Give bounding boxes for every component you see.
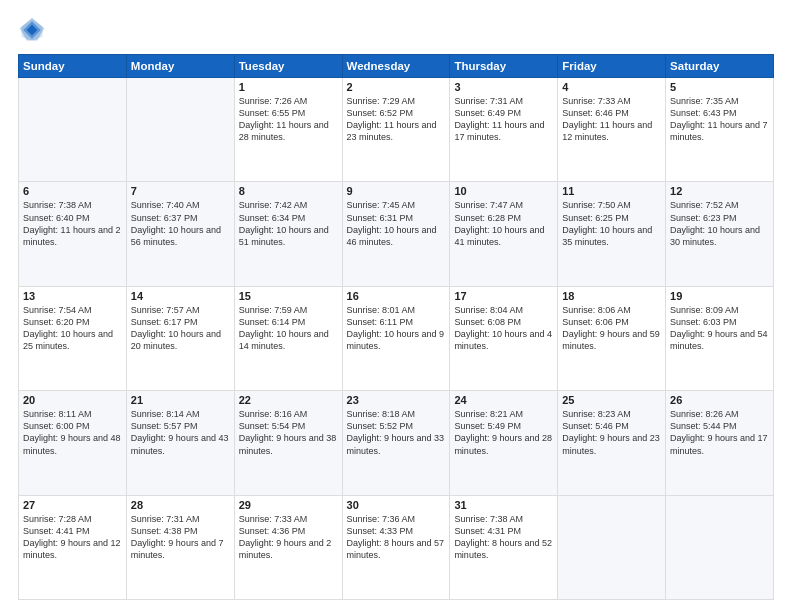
day-info: Sunrise: 7:31 AM Sunset: 4:38 PM Dayligh… bbox=[131, 513, 230, 562]
day-info: Sunrise: 7:52 AM Sunset: 6:23 PM Dayligh… bbox=[670, 199, 769, 248]
day-info: Sunrise: 8:14 AM Sunset: 5:57 PM Dayligh… bbox=[131, 408, 230, 457]
day-info: Sunrise: 8:23 AM Sunset: 5:46 PM Dayligh… bbox=[562, 408, 661, 457]
day-number: 9 bbox=[347, 185, 446, 197]
calendar-week-1: 1Sunrise: 7:26 AM Sunset: 6:55 PM Daylig… bbox=[19, 78, 774, 182]
day-number: 29 bbox=[239, 499, 338, 511]
calendar-cell: 6Sunrise: 7:38 AM Sunset: 6:40 PM Daylig… bbox=[19, 182, 127, 286]
calendar-table: SundayMondayTuesdayWednesdayThursdayFrid… bbox=[18, 54, 774, 600]
day-info: Sunrise: 7:38 AM Sunset: 6:40 PM Dayligh… bbox=[23, 199, 122, 248]
calendar-cell: 20Sunrise: 8:11 AM Sunset: 6:00 PM Dayli… bbox=[19, 391, 127, 495]
day-info: Sunrise: 7:36 AM Sunset: 4:33 PM Dayligh… bbox=[347, 513, 446, 562]
day-info: Sunrise: 7:54 AM Sunset: 6:20 PM Dayligh… bbox=[23, 304, 122, 353]
day-info: Sunrise: 7:31 AM Sunset: 6:49 PM Dayligh… bbox=[454, 95, 553, 144]
calendar-cell: 10Sunrise: 7:47 AM Sunset: 6:28 PM Dayli… bbox=[450, 182, 558, 286]
calendar-cell: 28Sunrise: 7:31 AM Sunset: 4:38 PM Dayli… bbox=[126, 495, 234, 599]
day-number: 10 bbox=[454, 185, 553, 197]
day-number: 6 bbox=[23, 185, 122, 197]
day-info: Sunrise: 8:09 AM Sunset: 6:03 PM Dayligh… bbox=[670, 304, 769, 353]
day-number: 22 bbox=[239, 394, 338, 406]
day-info: Sunrise: 7:38 AM Sunset: 4:31 PM Dayligh… bbox=[454, 513, 553, 562]
calendar-cell: 30Sunrise: 7:36 AM Sunset: 4:33 PM Dayli… bbox=[342, 495, 450, 599]
calendar-cell: 11Sunrise: 7:50 AM Sunset: 6:25 PM Dayli… bbox=[558, 182, 666, 286]
day-info: Sunrise: 8:11 AM Sunset: 6:00 PM Dayligh… bbox=[23, 408, 122, 457]
day-info: Sunrise: 7:42 AM Sunset: 6:34 PM Dayligh… bbox=[239, 199, 338, 248]
day-number: 1 bbox=[239, 81, 338, 93]
day-info: Sunrise: 7:26 AM Sunset: 6:55 PM Dayligh… bbox=[239, 95, 338, 144]
calendar-cell: 16Sunrise: 8:01 AM Sunset: 6:11 PM Dayli… bbox=[342, 286, 450, 390]
calendar-cell bbox=[558, 495, 666, 599]
day-number: 19 bbox=[670, 290, 769, 302]
day-info: Sunrise: 8:04 AM Sunset: 6:08 PM Dayligh… bbox=[454, 304, 553, 353]
calendar-cell: 19Sunrise: 8:09 AM Sunset: 6:03 PM Dayli… bbox=[666, 286, 774, 390]
calendar-cell: 15Sunrise: 7:59 AM Sunset: 6:14 PM Dayli… bbox=[234, 286, 342, 390]
calendar-week-4: 20Sunrise: 8:11 AM Sunset: 6:00 PM Dayli… bbox=[19, 391, 774, 495]
calendar-cell: 12Sunrise: 7:52 AM Sunset: 6:23 PM Dayli… bbox=[666, 182, 774, 286]
day-info: Sunrise: 8:26 AM Sunset: 5:44 PM Dayligh… bbox=[670, 408, 769, 457]
calendar-cell: 4Sunrise: 7:33 AM Sunset: 6:46 PM Daylig… bbox=[558, 78, 666, 182]
calendar-cell bbox=[19, 78, 127, 182]
day-number: 4 bbox=[562, 81, 661, 93]
calendar-cell: 23Sunrise: 8:18 AM Sunset: 5:52 PM Dayli… bbox=[342, 391, 450, 495]
day-info: Sunrise: 7:47 AM Sunset: 6:28 PM Dayligh… bbox=[454, 199, 553, 248]
calendar-header-friday: Friday bbox=[558, 55, 666, 78]
calendar-header-row: SundayMondayTuesdayWednesdayThursdayFrid… bbox=[19, 55, 774, 78]
calendar-cell: 1Sunrise: 7:26 AM Sunset: 6:55 PM Daylig… bbox=[234, 78, 342, 182]
day-number: 16 bbox=[347, 290, 446, 302]
logo-icon bbox=[18, 16, 46, 44]
day-info: Sunrise: 7:33 AM Sunset: 4:36 PM Dayligh… bbox=[239, 513, 338, 562]
calendar-cell: 5Sunrise: 7:35 AM Sunset: 6:43 PM Daylig… bbox=[666, 78, 774, 182]
calendar-cell: 3Sunrise: 7:31 AM Sunset: 6:49 PM Daylig… bbox=[450, 78, 558, 182]
day-number: 14 bbox=[131, 290, 230, 302]
calendar-cell: 21Sunrise: 8:14 AM Sunset: 5:57 PM Dayli… bbox=[126, 391, 234, 495]
day-number: 15 bbox=[239, 290, 338, 302]
day-number: 24 bbox=[454, 394, 553, 406]
calendar-cell: 7Sunrise: 7:40 AM Sunset: 6:37 PM Daylig… bbox=[126, 182, 234, 286]
logo bbox=[18, 16, 50, 44]
calendar-cell: 13Sunrise: 7:54 AM Sunset: 6:20 PM Dayli… bbox=[19, 286, 127, 390]
day-info: Sunrise: 8:16 AM Sunset: 5:54 PM Dayligh… bbox=[239, 408, 338, 457]
day-number: 20 bbox=[23, 394, 122, 406]
calendar-header-monday: Monday bbox=[126, 55, 234, 78]
day-info: Sunrise: 7:29 AM Sunset: 6:52 PM Dayligh… bbox=[347, 95, 446, 144]
day-number: 5 bbox=[670, 81, 769, 93]
calendar-cell bbox=[666, 495, 774, 599]
day-number: 27 bbox=[23, 499, 122, 511]
day-number: 23 bbox=[347, 394, 446, 406]
day-info: Sunrise: 7:50 AM Sunset: 6:25 PM Dayligh… bbox=[562, 199, 661, 248]
calendar-header-sunday: Sunday bbox=[19, 55, 127, 78]
day-number: 17 bbox=[454, 290, 553, 302]
day-number: 12 bbox=[670, 185, 769, 197]
page-header bbox=[18, 16, 774, 44]
day-number: 7 bbox=[131, 185, 230, 197]
day-number: 30 bbox=[347, 499, 446, 511]
day-info: Sunrise: 7:45 AM Sunset: 6:31 PM Dayligh… bbox=[347, 199, 446, 248]
day-info: Sunrise: 7:35 AM Sunset: 6:43 PM Dayligh… bbox=[670, 95, 769, 144]
calendar-week-2: 6Sunrise: 7:38 AM Sunset: 6:40 PM Daylig… bbox=[19, 182, 774, 286]
day-number: 28 bbox=[131, 499, 230, 511]
calendar-week-3: 13Sunrise: 7:54 AM Sunset: 6:20 PM Dayli… bbox=[19, 286, 774, 390]
calendar-cell: 26Sunrise: 8:26 AM Sunset: 5:44 PM Dayli… bbox=[666, 391, 774, 495]
calendar-cell bbox=[126, 78, 234, 182]
day-number: 26 bbox=[670, 394, 769, 406]
day-info: Sunrise: 8:06 AM Sunset: 6:06 PM Dayligh… bbox=[562, 304, 661, 353]
calendar-cell: 27Sunrise: 7:28 AM Sunset: 4:41 PM Dayli… bbox=[19, 495, 127, 599]
calendar-cell: 29Sunrise: 7:33 AM Sunset: 4:36 PM Dayli… bbox=[234, 495, 342, 599]
calendar-cell: 18Sunrise: 8:06 AM Sunset: 6:06 PM Dayli… bbox=[558, 286, 666, 390]
calendar-cell: 24Sunrise: 8:21 AM Sunset: 5:49 PM Dayli… bbox=[450, 391, 558, 495]
day-number: 18 bbox=[562, 290, 661, 302]
calendar-cell: 22Sunrise: 8:16 AM Sunset: 5:54 PM Dayli… bbox=[234, 391, 342, 495]
day-info: Sunrise: 7:40 AM Sunset: 6:37 PM Dayligh… bbox=[131, 199, 230, 248]
day-info: Sunrise: 7:28 AM Sunset: 4:41 PM Dayligh… bbox=[23, 513, 122, 562]
calendar-week-5: 27Sunrise: 7:28 AM Sunset: 4:41 PM Dayli… bbox=[19, 495, 774, 599]
calendar-cell: 14Sunrise: 7:57 AM Sunset: 6:17 PM Dayli… bbox=[126, 286, 234, 390]
day-info: Sunrise: 7:59 AM Sunset: 6:14 PM Dayligh… bbox=[239, 304, 338, 353]
calendar-cell: 9Sunrise: 7:45 AM Sunset: 6:31 PM Daylig… bbox=[342, 182, 450, 286]
calendar-cell: 31Sunrise: 7:38 AM Sunset: 4:31 PM Dayli… bbox=[450, 495, 558, 599]
day-number: 3 bbox=[454, 81, 553, 93]
day-info: Sunrise: 7:57 AM Sunset: 6:17 PM Dayligh… bbox=[131, 304, 230, 353]
calendar-header-thursday: Thursday bbox=[450, 55, 558, 78]
calendar-cell: 2Sunrise: 7:29 AM Sunset: 6:52 PM Daylig… bbox=[342, 78, 450, 182]
calendar-cell: 17Sunrise: 8:04 AM Sunset: 6:08 PM Dayli… bbox=[450, 286, 558, 390]
day-number: 31 bbox=[454, 499, 553, 511]
day-info: Sunrise: 8:18 AM Sunset: 5:52 PM Dayligh… bbox=[347, 408, 446, 457]
